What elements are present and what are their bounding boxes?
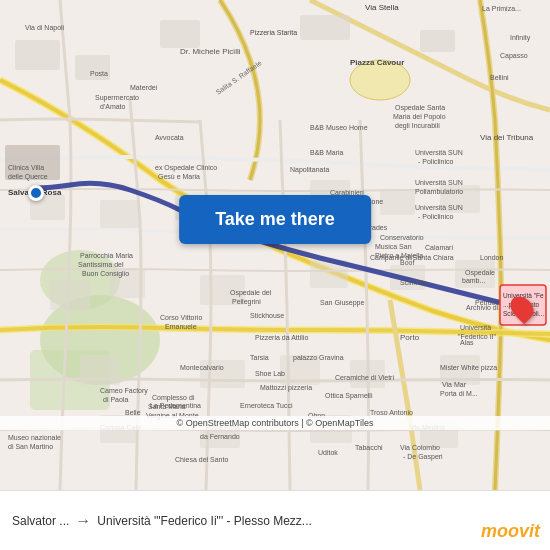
svg-text:San Giuseppe: San Giuseppe — [320, 299, 364, 307]
svg-text:London: London — [480, 254, 503, 261]
svg-text:Gesù e Maria: Gesù e Maria — [158, 173, 200, 180]
svg-text:La Primiza...: La Primiza... — [482, 5, 521, 12]
svg-text:Tabacchi: Tabacchi — [355, 444, 383, 451]
svg-text:Ospedale del: Ospedale del — [230, 289, 272, 297]
svg-text:degli Incurabili: degli Incurabili — [395, 122, 440, 130]
svg-text:bamb...: bamb... — [462, 277, 485, 284]
origin-marker — [28, 185, 44, 201]
svg-text:- Policlinico: - Policlinico — [418, 158, 454, 165]
svg-text:Clinica Villa: Clinica Villa — [8, 164, 44, 171]
svg-text:B&B Museo Home: B&B Museo Home — [310, 124, 368, 131]
svg-text:Ceramiche di Vietri: Ceramiche di Vietri — [335, 374, 394, 381]
stops-container: Salvator ... → Università '"Federico Ii"… — [12, 512, 538, 530]
svg-rect-15 — [380, 190, 415, 215]
svg-text:Avvocata: Avvocata — [155, 134, 184, 141]
svg-text:Chiesa del Santo: Chiesa del Santo — [175, 456, 228, 463]
direction-arrow-icon: → — [75, 512, 91, 530]
svg-text:Pellegrini: Pellegrini — [232, 298, 261, 306]
svg-text:Santa Maria: Santa Maria — [148, 403, 186, 410]
moovit-logo: moovit — [481, 521, 540, 542]
svg-text:Erneroteca Tucci: Erneroteca Tucci — [240, 402, 293, 409]
svg-text:Ospedale Santa: Ospedale Santa — [395, 104, 445, 112]
svg-text:Ottica Sparnelli: Ottica Sparnelli — [325, 392, 373, 400]
svg-text:Complesso di: Complesso di — [152, 394, 195, 402]
svg-text:B&B Maria: B&B Maria — [310, 149, 344, 156]
svg-text:Via Colombo: Via Colombo — [400, 444, 440, 451]
map-attribution: © OpenStreetMap contributors | © OpenMap… — [0, 416, 550, 430]
svg-text:da Fernando: da Fernando — [200, 433, 240, 440]
svg-text:Maria del Popolo: Maria del Popolo — [393, 113, 446, 121]
svg-rect-6 — [15, 40, 60, 70]
svg-text:Buon Consiglio: Buon Consiglio — [82, 270, 129, 278]
svg-text:Alas: Alas — [460, 339, 474, 346]
svg-text:Parrocchia Maria: Parrocchia Maria — [80, 252, 133, 259]
svg-rect-8 — [160, 20, 200, 48]
svg-text:Supermercato: Supermercato — [95, 94, 139, 102]
svg-text:Dr. Michele Picilli: Dr. Michele Picilli — [180, 47, 241, 56]
svg-text:Bellini: Bellini — [490, 74, 509, 81]
svg-text:- Policlinico: - Policlinico — [418, 213, 454, 220]
svg-text:Montecalvario: Montecalvario — [180, 364, 224, 371]
svg-text:Ospedale: Ospedale — [465, 269, 495, 277]
svg-text:Capasso: Capasso — [500, 52, 528, 60]
svg-text:Posta: Posta — [90, 70, 108, 77]
svg-text:Conservatorio: Conservatorio — [380, 234, 424, 241]
svg-text:Shoe Lab: Shoe Lab — [255, 370, 285, 377]
svg-text:Museo nazionale: Museo nazionale — [8, 434, 61, 441]
svg-text:Infinity: Infinity — [510, 34, 531, 42]
svg-text:d'Amato: d'Amato — [100, 103, 126, 110]
map-container: Clinica Villa delle Querce Salvator Rosa… — [0, 0, 550, 490]
svg-rect-12 — [100, 200, 140, 228]
svg-text:Stickhouse: Stickhouse — [250, 312, 284, 319]
svg-text:"Federico II": "Federico II" — [458, 333, 497, 340]
svg-text:Mister White pizza: Mister White pizza — [440, 364, 497, 372]
svg-text:Troso Antonio: Troso Antonio — [370, 409, 413, 416]
svg-rect-23 — [80, 355, 120, 385]
svg-rect-10 — [420, 30, 455, 52]
svg-text:Uditok: Uditok — [318, 449, 338, 456]
svg-text:Università SUN: Università SUN — [415, 179, 463, 186]
svg-text:Piazza Cavour: Piazza Cavour — [350, 58, 404, 67]
svg-text:Belle: Belle — [125, 409, 141, 416]
svg-text:Materdei: Materdei — [130, 84, 158, 91]
app: Clinica Villa delle Querce Salvator Rosa… — [0, 0, 550, 550]
svg-text:Corso Vittorio: Corso Vittorio — [160, 314, 202, 321]
svg-text:Via di Napoli: Via di Napoli — [25, 24, 65, 32]
svg-rect-9 — [300, 15, 350, 40]
svg-text:Napolitanata: Napolitanata — [290, 166, 329, 174]
svg-text:Via Stella: Via Stella — [365, 3, 399, 12]
svg-text:Archivio di...: Archivio di... — [466, 304, 504, 311]
svg-text:Musica San: Musica San — [375, 243, 412, 250]
svg-text:di Paola: di Paola — [103, 396, 128, 403]
svg-text:Pietro a Majella: Pietro a Majella — [375, 252, 423, 260]
svg-text:delle Querce: delle Querce — [8, 173, 48, 181]
take-me-there-button[interactable]: Take me there — [179, 195, 371, 244]
origin-stop-label: Salvator ... — [12, 514, 69, 528]
svg-text:Università SUN: Università SUN — [415, 149, 463, 156]
svg-text:Porto: Porto — [400, 333, 420, 342]
svg-text:Calamari: Calamari — [425, 244, 453, 251]
svg-text:Via Mar: Via Mar — [442, 381, 467, 388]
svg-rect-17 — [50, 280, 90, 310]
svg-text:Cameo Factory: Cameo Factory — [100, 387, 148, 395]
svg-text:ex Ospedale Clinico: ex Ospedale Clinico — [155, 164, 217, 172]
svg-text:di San Martino: di San Martino — [8, 443, 53, 450]
svg-text:Scimmia: Scimmia — [400, 279, 427, 286]
svg-text:Pizzeria da Attilio: Pizzeria da Attilio — [255, 334, 308, 341]
svg-text:Porta di M...: Porta di M... — [440, 390, 478, 397]
svg-text:Santissima del: Santissima del — [78, 261, 124, 268]
svg-text:Università: Università — [460, 324, 491, 331]
svg-text:Via dei Tribuna: Via dei Tribuna — [480, 133, 534, 142]
svg-text:palazzo Gravina: palazzo Gravina — [293, 354, 344, 362]
svg-text:Pizzeria Starita: Pizzeria Starita — [250, 29, 297, 36]
svg-text:Emanuele: Emanuele — [165, 323, 197, 330]
moovit-brand-text: moovit — [481, 521, 540, 542]
svg-text:- De Gasperi: - De Gasperi — [403, 453, 443, 461]
destination-stop-label: Università '"Federico Ii"' - Plesso Mezz… — [97, 514, 312, 528]
svg-text:Poliambulatorio: Poliambulatorio — [415, 188, 463, 195]
svg-text:Tarsia: Tarsia — [250, 354, 269, 361]
bottom-bar: Salvator ... → Università '"Federico Ii"… — [0, 490, 550, 550]
svg-text:Mattozzi pizzeria: Mattozzi pizzeria — [260, 384, 312, 392]
svg-text:Università SUN: Università SUN — [415, 204, 463, 211]
